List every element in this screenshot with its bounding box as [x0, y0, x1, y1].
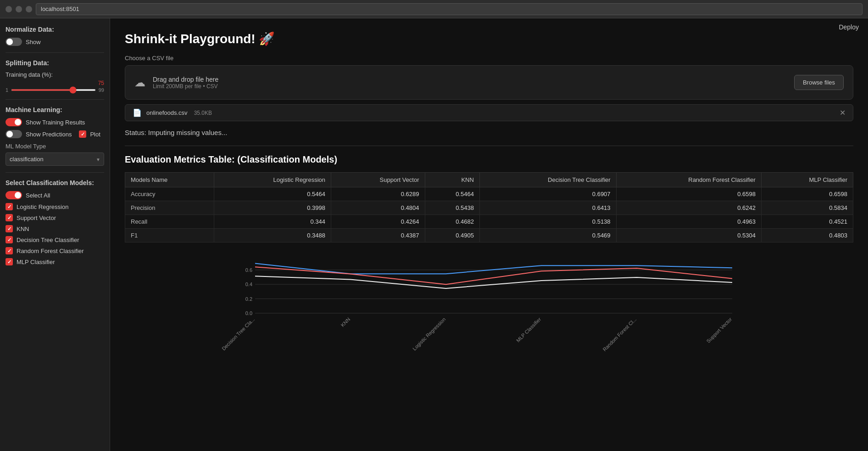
file-row: 📄 onlinefoods.csv 35.0KB ✕	[125, 104, 853, 121]
col-header-dt: Decision Tree Classifier	[479, 173, 616, 187]
section-divider	[125, 146, 853, 146]
value-cell: 0.5304	[616, 229, 761, 242]
training-slider-value: 75	[6, 80, 104, 86]
divider-1	[6, 52, 104, 53]
value-cell: 0.344	[214, 215, 331, 229]
random-forest-row: Random Forest Classifier	[6, 247, 104, 254]
svg-text:0.2: 0.2	[245, 296, 252, 302]
logistic-regression-checkbox[interactable]	[6, 203, 13, 210]
ml-model-type-select[interactable]: classification regression	[6, 152, 104, 166]
select-models-title: Select Classification Models:	[6, 179, 104, 186]
value-cell: 0.5464	[425, 187, 479, 201]
svg-text:0.6: 0.6	[245, 267, 252, 273]
upload-box: ☁ Drag and drop file here Limit 200MB pe…	[125, 65, 853, 100]
show-training-label: Show Training Results	[26, 119, 85, 126]
deploy-button[interactable]: Deploy	[839, 23, 859, 31]
value-cell: 0.4963	[616, 215, 761, 229]
upload-limit-text: Limit 200MB per file • CSV	[153, 83, 218, 90]
support-vector-label: Support Vector	[17, 214, 56, 221]
knn-row: KNN	[6, 225, 104, 232]
select-all-toggle[interactable]	[6, 191, 22, 199]
file-close-button[interactable]: ✕	[840, 108, 846, 117]
normalize-toggle-label: Show	[26, 39, 41, 45]
file-name: onlinefoods.csv	[146, 109, 188, 116]
divider-3	[6, 172, 104, 173]
deploy-area: Deploy	[839, 23, 859, 31]
value-cell: 0.4387	[331, 229, 425, 242]
slider-min: 1	[6, 87, 8, 93]
page-title: Shrink-it Playground! 🚀	[125, 31, 853, 46]
value-cell: 0.4682	[425, 215, 479, 229]
browse-files-button[interactable]: Browse files	[794, 75, 844, 90]
status-text: Status: Imputing missing values...	[125, 129, 853, 136]
value-cell: 0.6413	[479, 201, 616, 215]
normalize-section-title: Normalize Data:	[6, 26, 104, 33]
value-cell: 0.6598	[761, 187, 853, 201]
value-cell: 0.6242	[616, 201, 761, 215]
table-row: Recall0.3440.42640.46820.51380.49630.452…	[125, 215, 853, 229]
file-icon: 📄	[133, 108, 142, 117]
value-cell: 0.4803	[761, 229, 853, 242]
back-button[interactable]	[6, 6, 12, 12]
random-forest-checkbox[interactable]	[6, 247, 13, 254]
value-cell: 0.4804	[331, 201, 425, 215]
value-cell: 0.4905	[425, 229, 479, 242]
ml-model-type-wrapper: classification regression	[6, 152, 104, 166]
metric-cell: Precision	[125, 201, 214, 215]
col-header-lr: Logistic Regression	[214, 173, 331, 187]
forward-button[interactable]	[16, 6, 22, 12]
support-vector-checkbox[interactable]	[6, 214, 13, 221]
svg-text:Support Vector: Support Vector	[705, 316, 733, 344]
show-predictions-toggle[interactable]	[6, 130, 22, 138]
svg-text:Logistic Regression: Logistic Regression	[412, 316, 446, 351]
metric-cell: Accuracy	[125, 187, 214, 201]
col-header-knn: KNN	[425, 173, 479, 187]
plot-checkbox[interactable]	[79, 130, 86, 138]
metrics-title: Evaluation Metrics Table: (Classificatio…	[125, 154, 853, 165]
ml-model-type-label: ML Model Type	[6, 143, 104, 150]
logistic-regression-row: Logistic Regression	[6, 203, 104, 210]
training-data-slider[interactable]	[11, 89, 96, 91]
ml-section-title: Machine Learning:	[6, 106, 104, 113]
value-cell: 0.5138	[479, 215, 616, 229]
mlp-row: MLP Classifier	[6, 258, 104, 265]
mlp-checkbox[interactable]	[6, 258, 13, 265]
show-training-toggle[interactable]	[6, 118, 22, 126]
col-header-mlp: MLP Classifier	[761, 173, 853, 187]
reload-button[interactable]	[26, 6, 32, 12]
select-all-label: Select All	[26, 192, 50, 199]
knn-label: KNN	[17, 226, 29, 232]
svg-text:Random Forest Cl...: Random Forest Cl...	[601, 316, 637, 352]
metrics-table: Models Name Logistic Regression Support …	[125, 172, 853, 242]
value-cell: 0.6598	[616, 187, 761, 201]
training-slider-container: Training data (%): 75 1 99	[6, 71, 104, 93]
show-predictions-row: Show Predictions	[6, 130, 72, 138]
value-cell: 0.4264	[331, 215, 425, 229]
choose-csv-label: Choose a CSV file	[125, 55, 853, 62]
upload-icon: ☁	[134, 76, 145, 89]
decision-tree-label: Decision Tree Classifier	[17, 237, 79, 243]
browser-bar: localhost:8501	[0, 0, 868, 18]
value-cell: 0.5469	[479, 229, 616, 242]
decision-tree-checkbox[interactable]	[6, 236, 13, 243]
logistic-regression-label: Logistic Regression	[17, 203, 68, 210]
svg-text:0.4: 0.4	[245, 282, 252, 287]
mlp-label: MLP Classifier	[17, 259, 55, 265]
table-row: F10.34880.43870.49050.54690.53040.4803	[125, 229, 853, 242]
table-row: Precision0.39980.48040.54380.64130.62420…	[125, 201, 853, 215]
chart-container: 0.00.20.40.6Decision Tree Cla...KNNLogis…	[125, 254, 853, 347]
svg-text:MLP Classifier: MLP Classifier	[515, 316, 542, 344]
support-vector-row: Support Vector	[6, 214, 104, 221]
select-all-row: Select All	[6, 191, 104, 199]
svg-text:0.0: 0.0	[245, 310, 252, 316]
value-cell: 0.3488	[214, 229, 331, 242]
knn-checkbox[interactable]	[6, 225, 13, 232]
value-cell: 0.3998	[214, 201, 331, 215]
normalize-toggle[interactable]	[6, 38, 22, 46]
col-header-rf: Random Forest Classifier	[616, 173, 761, 187]
decision-tree-row: Decision Tree Classifier	[6, 236, 104, 243]
svg-text:KNN: KNN	[339, 316, 351, 328]
line-chart: 0.00.20.40.6Decision Tree Cla...KNNLogis…	[125, 258, 853, 341]
metric-cell: F1	[125, 229, 214, 242]
plot-checkbox-row: Plot	[79, 130, 100, 138]
